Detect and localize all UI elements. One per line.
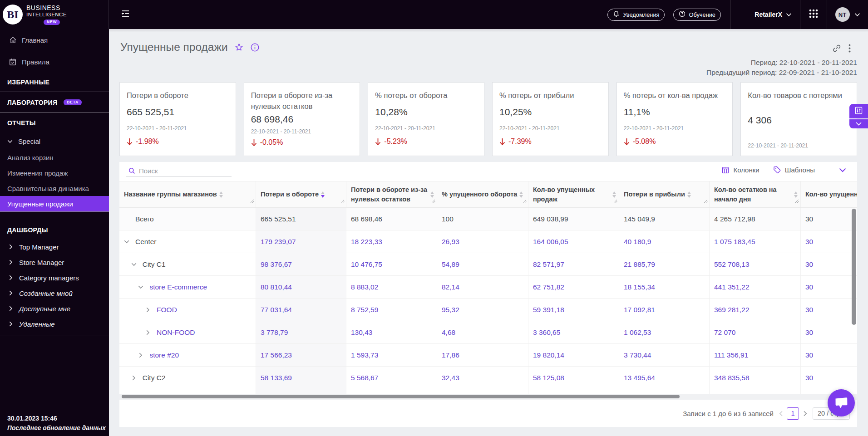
logo[interactable]: BI BUSINESS INTELLIGENCE NEW: [0, 0, 109, 29]
column-resize-handle[interactable]: [795, 196, 799, 206]
info-icon[interactable]: [250, 43, 260, 52]
prev-page-button[interactable]: [778, 411, 784, 416]
vertical-scrollbar[interactable]: [852, 209, 856, 325]
horizontal-scrollbar[interactable]: [122, 395, 680, 398]
chevron-down-icon[interactable]: [130, 261, 138, 268]
value-cell: 10 476,75: [346, 253, 437, 275]
sidebar-section-lab[interactable]: ЛАБОРАТОРИЯBETA: [0, 92, 109, 113]
column-resize-handle[interactable]: [340, 196, 345, 206]
kebab-menu-icon[interactable]: [848, 44, 851, 53]
chevron-right-icon[interactable]: [130, 374, 138, 382]
sidebar-collapse-button[interactable]: [120, 9, 130, 20]
training-button[interactable]: Обучение: [673, 9, 721, 21]
group-name-label[interactable]: store #20: [149, 351, 179, 359]
chevron-right-icon[interactable]: [144, 329, 152, 336]
chevron-down-icon[interactable]: [123, 238, 130, 245]
sort-icon[interactable]: [321, 191, 325, 198]
table-row-city-c2[interactable]: City C258 133,695 568,6732,4358 125,0813…: [119, 367, 857, 389]
column-header-3[interactable]: Потери в обороте из-за нулевых остатков: [346, 181, 437, 207]
value-cell: 369 281,22: [710, 299, 801, 321]
table-row-center[interactable]: Center179 239,0718 223,3326,93164 006,05…: [119, 230, 857, 253]
table-search[interactable]: [126, 165, 232, 176]
arrow-down-icon: [499, 138, 505, 146]
value-cell: 17 092,81: [619, 299, 710, 321]
chevron-right-icon: [9, 290, 13, 296]
group-name-label: Всего: [135, 215, 154, 223]
table-row-store-20[interactable]: store #2017 566,231 593,7317,8619 820,14…: [119, 344, 857, 367]
sidebar-item-созданные-мной[interactable]: Созданные мной: [0, 285, 109, 301]
value-cell: 77 031,64: [256, 299, 346, 321]
value-cell: [346, 389, 437, 394]
search-input[interactable]: [139, 167, 225, 175]
chat-fab-button[interactable]: [828, 389, 855, 416]
group-name-label[interactable]: store E-commerce: [149, 283, 207, 291]
column-header-2[interactable]: Потери в обороте: [256, 181, 346, 207]
sidebar-item-category-managers[interactable]: Category managers: [0, 270, 109, 285]
rules-icon: [9, 58, 17, 66]
sidebar-item-store-manager[interactable]: Store Manager: [0, 255, 109, 270]
templates-button[interactable]: Шаблоны: [773, 166, 815, 174]
logo-line1: BUSINESS: [26, 5, 67, 11]
sort-icon[interactable]: [219, 191, 223, 198]
bell-icon: [613, 10, 620, 19]
user-menu[interactable]: NT: [827, 7, 868, 22]
column-resize-handle[interactable]: [250, 196, 254, 206]
table-row-city-c1[interactable]: City C198 376,6710 476,7554,8982 571,972…: [119, 253, 857, 276]
group-name-label[interactable]: FOOD: [157, 306, 177, 314]
sidebar-section-reports[interactable]: ОТЧЕТЫ: [0, 113, 109, 133]
table-row-non-food[interactable]: NON-FOOD3 778,79130,434,683 360,651 062,…: [119, 321, 857, 344]
sort-icon[interactable]: [687, 191, 691, 198]
chevron-down-icon[interactable]: [137, 284, 144, 291]
column-header-1[interactable]: Название группы магазинов: [119, 181, 256, 207]
column-header-5[interactable]: Кол-во упущенных продаж: [528, 181, 619, 207]
filters-panel-button[interactable]: [849, 104, 868, 118]
sidebar-item-сравнительная-динамика[interactable]: Сравнительная динамика: [0, 181, 109, 196]
sidebar-item-доступные-мне[interactable]: Доступные мне: [0, 301, 109, 316]
collapse-table-icon[interactable]: [838, 167, 847, 173]
tenant-selector[interactable]: RetailerX: [730, 10, 800, 19]
value-cell: 348 835,58: [710, 367, 801, 389]
favorite-star-icon[interactable]: [234, 43, 244, 52]
columns-button[interactable]: Колонки: [722, 166, 759, 174]
notifications-button[interactable]: Уведомления: [607, 9, 665, 21]
table-row-food[interactable]: FOOD77 031,648 752,5995,3259 391,1817 09…: [119, 299, 857, 321]
table-row-store-e-commerce[interactable]: store E-commerce80 810,448 883,0282,1462…: [119, 276, 857, 299]
column-header-6[interactable]: Потери в прибыли: [619, 181, 710, 207]
page-number-button[interactable]: 1: [787, 407, 799, 420]
sidebar-item-удаленные[interactable]: Удаленные: [0, 316, 109, 332]
kpi-delta: -1.98%: [127, 137, 228, 146]
group-name-label[interactable]: NON-FOOD: [157, 328, 195, 337]
tenant-name: RetailerX: [755, 11, 782, 18]
chevron-down-icon: [786, 10, 792, 19]
sidebar-item-изменения-продаж[interactable]: Изменения продаж: [0, 165, 109, 181]
sidebar-item-упущенные-продажи[interactable]: Упущенные продажи: [0, 196, 109, 211]
column-resize-handle[interactable]: [613, 196, 617, 206]
chevron-right-icon[interactable]: [144, 306, 152, 314]
sidebar-section-favorites[interactable]: ИЗБРАННЫЕ: [0, 73, 109, 92]
column-resize-handle[interactable]: [523, 196, 527, 206]
sidebar-group-special[interactable]: Special: [0, 133, 109, 150]
column-header-4[interactable]: % упущенного оборота: [437, 181, 528, 207]
chevron-right-icon[interactable]: [137, 352, 144, 359]
sidebar-item-rules[interactable]: Правила: [0, 51, 109, 73]
arrow-down-icon: [251, 139, 257, 147]
next-page-button[interactable]: [802, 411, 808, 416]
table-row-всего[interactable]: Всего665 525,5168 698,46100649 038,99145…: [119, 208, 857, 230]
sidebar-item-top-manager[interactable]: Top Manager: [0, 239, 109, 255]
sidebar-item-анализ-корзин[interactable]: Анализ корзин: [0, 150, 109, 165]
value-cell: 54,89: [437, 253, 528, 275]
table-row-partial[interactable]: [119, 389, 857, 394]
value-cell: 441 351,22: [710, 276, 801, 298]
column-header-7[interactable]: Кол-во остатков на начало дня: [710, 181, 801, 207]
apps-menu-button[interactable]: [800, 8, 827, 21]
column-resize-handle[interactable]: [431, 196, 435, 206]
sidebar-item-home[interactable]: Главная: [0, 29, 109, 51]
value-cell: 59 391,18: [528, 299, 619, 321]
sidebar-section-dashboards[interactable]: ДАШБОРДЫ: [0, 212, 109, 239]
kpi-value: 11,1%: [624, 107, 725, 118]
value-cell: 30: [801, 367, 857, 389]
share-link-icon[interactable]: [832, 44, 841, 53]
column-header-8[interactable]: Кол-во упущенных: [801, 181, 857, 207]
column-resize-handle[interactable]: [704, 196, 708, 206]
collapse-cards-button[interactable]: [849, 119, 868, 128]
